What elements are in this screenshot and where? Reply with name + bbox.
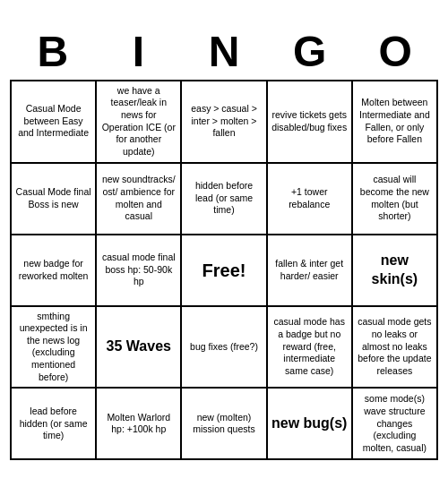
bingo-cell-9: casual will become the new molten (but s… (352, 163, 437, 235)
bingo-cell-18: casual mode has a badge but no reward (f… (267, 306, 352, 389)
title-o: O (368, 27, 422, 76)
title-b: B (26, 27, 80, 76)
bingo-cell-0: Casual Mode between Easy and Intermediat… (11, 81, 96, 163)
title-n: N (197, 27, 251, 76)
bingo-cell-24: some mode(s) wave structure changes (exc… (352, 388, 437, 459)
bingo-cell-22: new (molten) mission quests (181, 388, 266, 459)
bingo-card: B I N G O Casual Mode between Easy and I… (4, 21, 444, 466)
bingo-title: B I N G O (10, 27, 438, 76)
bingo-cell-11: casual mode final boss hp: 50-90k hp (96, 235, 181, 306)
bingo-cell-10: new badge for reworked molten (11, 235, 96, 306)
bingo-grid: Casual Mode between Easy and Intermediat… (10, 80, 438, 461)
bingo-cell-12: Free! (181, 235, 266, 306)
bingo-cell-19: casual mode gets no leaks or almost no l… (352, 306, 437, 389)
bingo-cell-4: Molten between Intermediate and Fallen, … (352, 81, 437, 163)
title-i: I (111, 27, 165, 76)
bingo-cell-7: hidden before lead (or same time) (181, 163, 266, 235)
bingo-cell-1: we have a teaser/leak in news for Operat… (96, 81, 181, 163)
bingo-cell-23: new bug(s) (267, 388, 352, 459)
bingo-cell-20: lead before hidden (or same time) (11, 388, 96, 459)
bingo-cell-13: fallen & inter get harder/ easier (267, 235, 352, 306)
bingo-cell-5: Casual Mode final Boss is new (11, 163, 96, 235)
title-g: G (283, 27, 337, 76)
bingo-cell-6: new soundtracks/ ost/ ambience for molte… (96, 163, 181, 235)
bingo-cell-17: bug fixes (free?) (181, 306, 266, 389)
bingo-cell-21: Molten Warlord hp: +100k hp (96, 388, 181, 459)
bingo-cell-8: +1 tower rebalance (267, 163, 352, 235)
bingo-cell-2: easy > casual > inter > molten > fallen (181, 81, 266, 163)
bingo-cell-3: revive tickets gets disabled/bug fixes (267, 81, 352, 163)
bingo-cell-15: smthing unexpected is in the news log (e… (11, 306, 96, 389)
bingo-cell-14: new skin(s) (352, 235, 437, 306)
bingo-cell-16: 35 Waves (96, 306, 181, 389)
